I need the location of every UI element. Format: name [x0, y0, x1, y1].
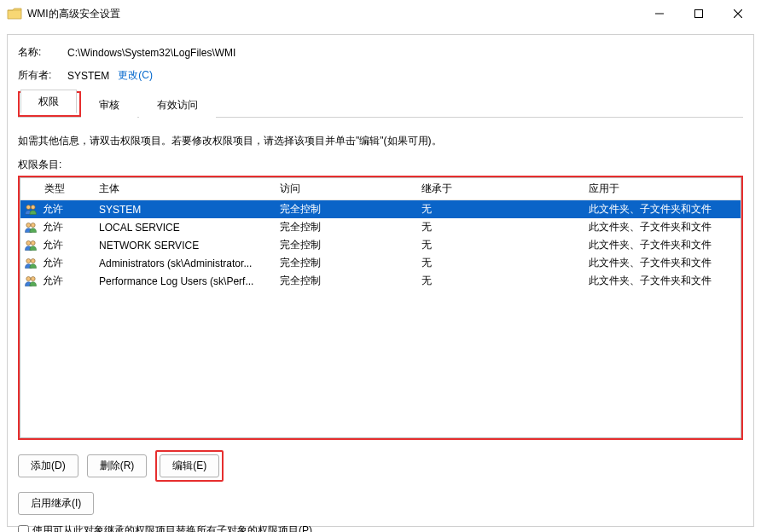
col-access[interactable]: 访问	[275, 178, 416, 200]
cell-inherited: 无	[416, 236, 584, 254]
tab-permissions[interactable]: 权限	[20, 90, 77, 113]
title-bar: WMI的高级安全设置	[0, 0, 761, 27]
col-inherited[interactable]: 继承于	[416, 178, 584, 200]
replace-child-permissions-label: 使用可从此对象继承的权限项目替换所有子对象的权限项目(P)	[32, 523, 312, 532]
dialog-body: 名称: C:\Windows\System32\LogFiles\WMI 所有者…	[7, 34, 754, 527]
highlight-tab: 权限	[18, 91, 81, 117]
cell-type: 允许	[20, 218, 94, 236]
cell-principal: SYSTEM	[94, 200, 275, 219]
people-icon	[24, 257, 38, 270]
svg-rect-2	[695, 10, 703, 18]
change-owner-link[interactable]: 更改(C)	[118, 68, 153, 83]
cell-access: 完全控制	[275, 254, 416, 272]
people-icon	[24, 221, 38, 234]
col-applies[interactable]: 应用于	[584, 178, 741, 200]
cell-applies: 此文件夹、子文件夹和文件	[584, 272, 741, 290]
remove-button[interactable]: 删除(R)	[87, 454, 148, 477]
cell-access: 完全控制	[275, 272, 416, 290]
add-button[interactable]: 添加(D)	[18, 454, 78, 477]
instructions-text: 如需其他信息，请双击权限项目。若要修改权限项目，请选择该项目并单击"编辑"(如果…	[18, 133, 743, 149]
cell-principal: Administrators (sk\Administrator...	[94, 254, 275, 272]
people-icon	[24, 275, 38, 288]
close-button[interactable]	[718, 0, 758, 27]
cell-access: 完全控制	[275, 236, 416, 254]
name-value: C:\Windows\System32\LogFiles\WMI	[67, 47, 235, 59]
table-row[interactable]: 允许LOCAL SERVICE完全控制无此文件夹、子文件夹和文件	[20, 218, 741, 236]
cell-applies: 此文件夹、子文件夹和文件	[584, 200, 741, 219]
highlight-list: 类型 主体 访问 继承于 应用于 允许SYSTEM完全控制无此文件夹、子文件夹和…	[18, 176, 743, 440]
name-label: 名称:	[18, 45, 67, 60]
cell-applies: 此文件夹、子文件夹和文件	[584, 236, 741, 254]
highlight-edit: 编辑(E)	[155, 450, 224, 482]
table-row[interactable]: 允许NETWORK SERVICE完全控制无此文件夹、子文件夹和文件	[20, 236, 741, 254]
owner-value: SYSTEM	[67, 70, 109, 82]
cell-inherited: 无	[416, 272, 584, 290]
cell-access: 完全控制	[275, 218, 416, 236]
window-title: WMI的高级安全设置	[27, 7, 640, 21]
cell-type: 允许	[20, 254, 94, 272]
tab-auditing[interactable]: 审核	[81, 92, 137, 118]
cell-inherited: 无	[416, 218, 584, 236]
table-row[interactable]: 允许Performance Log Users (sk\Perf...完全控制无…	[20, 272, 741, 290]
cell-type: 允许	[20, 236, 94, 254]
cell-inherited: 无	[416, 254, 584, 272]
table-row[interactable]: 允许SYSTEM完全控制无此文件夹、子文件夹和文件	[20, 200, 741, 219]
tab-strip: 权限 审核 有效访问	[18, 91, 743, 118]
cell-principal: LOCAL SERVICE	[94, 218, 275, 236]
col-principal[interactable]: 主体	[94, 178, 275, 200]
cell-applies: 此文件夹、子文件夹和文件	[584, 218, 741, 236]
folder-icon	[7, 8, 22, 20]
cell-principal: NETWORK SERVICE	[94, 236, 275, 254]
table-header-row: 类型 主体 访问 继承于 应用于	[20, 178, 741, 200]
people-icon	[24, 203, 38, 217]
permission-entries-list[interactable]: 类型 主体 访问 继承于 应用于 允许SYSTEM完全控制无此文件夹、子文件夹和…	[20, 177, 741, 438]
cell-access: 完全控制	[275, 200, 416, 219]
table-row[interactable]: 允许Administrators (sk\Administrator...完全控…	[20, 254, 741, 272]
tab-effective-access[interactable]: 有效访问	[139, 92, 216, 118]
cell-applies: 此文件夹、子文件夹和文件	[584, 254, 741, 272]
minimize-button[interactable]	[640, 0, 679, 27]
cell-type: 允许	[20, 272, 94, 290]
cell-principal: Performance Log Users (sk\Perf...	[94, 272, 275, 290]
enable-inheritance-button[interactable]: 启用继承(I)	[18, 492, 94, 515]
cell-inherited: 无	[416, 200, 584, 219]
replace-child-permissions-checkbox[interactable]	[18, 525, 29, 532]
edit-button[interactable]: 编辑(E)	[160, 454, 219, 477]
people-icon	[24, 239, 38, 252]
cell-type: 允许	[20, 200, 94, 218]
owner-label: 所有者:	[18, 68, 67, 83]
permission-entries-label: 权限条目:	[18, 158, 743, 172]
col-type[interactable]: 类型	[20, 178, 94, 200]
maximize-button[interactable]	[679, 0, 718, 27]
